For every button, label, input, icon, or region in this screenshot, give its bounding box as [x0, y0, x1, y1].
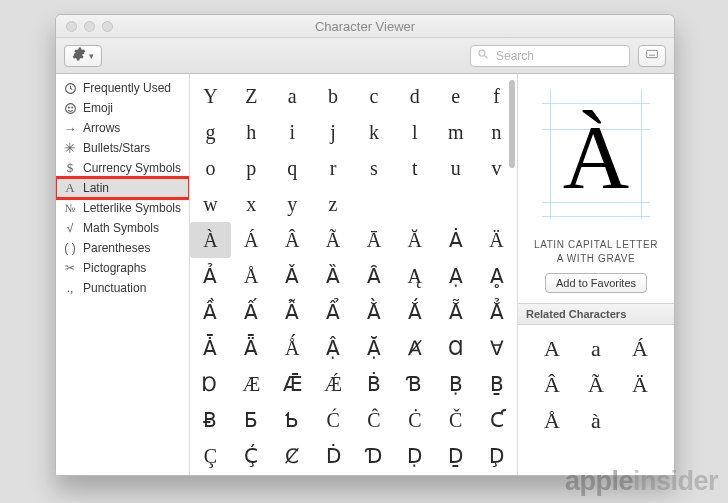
character-cell[interactable]: Ǟ: [231, 330, 272, 366]
character-cell[interactable]: Ǡ: [190, 330, 231, 366]
add-to-favorites-button[interactable]: Add to Favorites: [545, 273, 647, 293]
character-cell[interactable]: b: [313, 78, 354, 114]
close-window-button[interactable]: [66, 21, 77, 32]
character-cell[interactable]: Ả: [190, 258, 231, 294]
sidebar-item-punctuation[interactable]: .,Punctuation: [56, 278, 189, 298]
character-cell[interactable]: Ḇ: [476, 366, 517, 402]
character-cell[interactable]: Ầ: [190, 294, 231, 330]
character-cell[interactable]: Ẳ: [476, 294, 517, 330]
character-cell[interactable]: Ḅ: [435, 366, 476, 402]
character-cell[interactable]: Ç: [190, 438, 231, 474]
character-cell[interactable]: Ẫ: [272, 294, 313, 330]
character-cell[interactable]: w: [190, 186, 231, 222]
character-cell[interactable]: a: [272, 78, 313, 114]
character-cell[interactable]: q: [272, 150, 313, 186]
sidebar-item-letterlike-symbols[interactable]: №Letterlike Symbols: [56, 198, 189, 218]
search-input[interactable]: [494, 48, 623, 64]
character-cell[interactable]: Ƈ: [476, 402, 517, 438]
character-cell[interactable]: Ă: [394, 222, 435, 258]
character-cell[interactable]: k: [354, 114, 395, 150]
sidebar-item-parentheses[interactable]: ( )Parentheses: [56, 238, 189, 258]
character-cell[interactable]: h: [231, 114, 272, 150]
character-cell[interactable]: o: [190, 150, 231, 186]
character-cell[interactable]: Æ: [231, 366, 272, 402]
related-character-cell[interactable]: Ã: [574, 367, 618, 403]
sidebar-item-arrows[interactable]: →Arrows: [56, 118, 189, 138]
character-cell[interactable]: Ǣ: [272, 366, 313, 402]
character-cell[interactable]: y: [272, 186, 313, 222]
related-character-cell[interactable]: à: [574, 403, 618, 439]
character-cell[interactable]: r: [313, 150, 354, 186]
search-field[interactable]: [470, 45, 630, 67]
sidebar-item-pictographs[interactable]: ✂︎Pictographs: [56, 258, 189, 278]
sidebar-item-emoji[interactable]: Emoji: [56, 98, 189, 118]
character-cell[interactable]: Ⱥ: [394, 330, 435, 366]
character-cell[interactable]: Ȼ: [272, 438, 313, 474]
related-character-cell[interactable]: A: [530, 331, 574, 367]
character-cell[interactable]: Ä: [476, 222, 517, 258]
character-cell[interactable]: Ȁ: [313, 258, 354, 294]
character-cell[interactable]: Ấ: [231, 294, 272, 330]
character-cell[interactable]: p: [231, 150, 272, 186]
character-cell[interactable]: Ȃ: [354, 258, 395, 294]
character-cell[interactable]: Ặ: [354, 330, 395, 366]
character-cell[interactable]: Ạ: [435, 258, 476, 294]
compact-mode-button[interactable]: [638, 45, 666, 67]
character-cell[interactable]: Ɒ: [190, 366, 231, 402]
character-cell[interactable]: u: [435, 150, 476, 186]
character-cell[interactable]: Á: [231, 222, 272, 258]
character-cell[interactable]: Ā: [354, 222, 395, 258]
character-cell[interactable]: Ǻ: [272, 330, 313, 366]
character-cell[interactable]: Ậ: [313, 330, 354, 366]
character-cell[interactable]: Ḃ: [354, 366, 395, 402]
character-cell[interactable]: Ƀ: [190, 402, 231, 438]
character-cell[interactable]: Ɑ: [435, 330, 476, 366]
character-cell[interactable]: Å: [231, 258, 272, 294]
related-character-cell[interactable]: Á: [618, 331, 662, 367]
character-cell[interactable]: Ĉ: [354, 402, 395, 438]
character-cell[interactable]: Ċ: [394, 402, 435, 438]
character-cell[interactable]: e: [435, 78, 476, 114]
scrollbar-thumb[interactable]: [509, 80, 515, 168]
related-character-cell[interactable]: Å: [530, 403, 574, 439]
character-cell[interactable]: Ḁ: [476, 258, 517, 294]
character-cell[interactable]: Ą: [394, 258, 435, 294]
character-cell[interactable]: Č: [435, 402, 476, 438]
character-cell[interactable]: t: [394, 150, 435, 186]
related-character-cell[interactable]: Â: [530, 367, 574, 403]
minimize-window-button[interactable]: [84, 21, 95, 32]
zoom-window-button[interactable]: [102, 21, 113, 32]
sidebar-item-frequently-used[interactable]: Frequently Used: [56, 78, 189, 98]
character-cell[interactable]: m: [435, 114, 476, 150]
character-cell[interactable]: Â: [272, 222, 313, 258]
sidebar-item-math-symbols[interactable]: √Math Symbols: [56, 218, 189, 238]
character-cell[interactable]: Y: [190, 78, 231, 114]
character-cell[interactable]: Ắ: [394, 294, 435, 330]
character-cell[interactable]: l: [394, 114, 435, 150]
character-cell[interactable]: Ḍ: [394, 438, 435, 474]
character-cell[interactable]: Ɐ: [476, 330, 517, 366]
character-cell[interactable]: c: [354, 78, 395, 114]
character-cell[interactable]: Ǽ: [313, 366, 354, 402]
character-cell[interactable]: i: [272, 114, 313, 150]
character-cell[interactable]: z: [313, 186, 354, 222]
character-cell[interactable]: Ć: [313, 402, 354, 438]
character-cell[interactable]: j: [313, 114, 354, 150]
sidebar-item-latin[interactable]: ALatin: [56, 178, 189, 198]
sidebar-item-bullets-stars[interactable]: ✳︎Bullets/Stars: [56, 138, 189, 158]
character-cell[interactable]: À: [190, 222, 231, 258]
character-cell[interactable]: Ɓ: [394, 366, 435, 402]
sidebar-item-currency-symbols[interactable]: $Currency Symbols: [56, 158, 189, 178]
related-character-cell[interactable]: Ä: [618, 367, 662, 403]
character-cell[interactable]: Z: [231, 78, 272, 114]
character-cell[interactable]: Ƃ: [231, 402, 272, 438]
character-cell[interactable]: d: [394, 78, 435, 114]
character-cell[interactable]: Ḑ: [476, 438, 517, 474]
character-cell[interactable]: Ẵ: [435, 294, 476, 330]
character-cell[interactable]: Ǎ: [272, 258, 313, 294]
character-cell[interactable]: x: [231, 186, 272, 222]
character-cell[interactable]: Ƅ: [272, 402, 313, 438]
related-character-cell[interactable]: a: [574, 331, 618, 367]
character-cell[interactable]: Ẩ: [313, 294, 354, 330]
character-cell[interactable]: s: [354, 150, 395, 186]
